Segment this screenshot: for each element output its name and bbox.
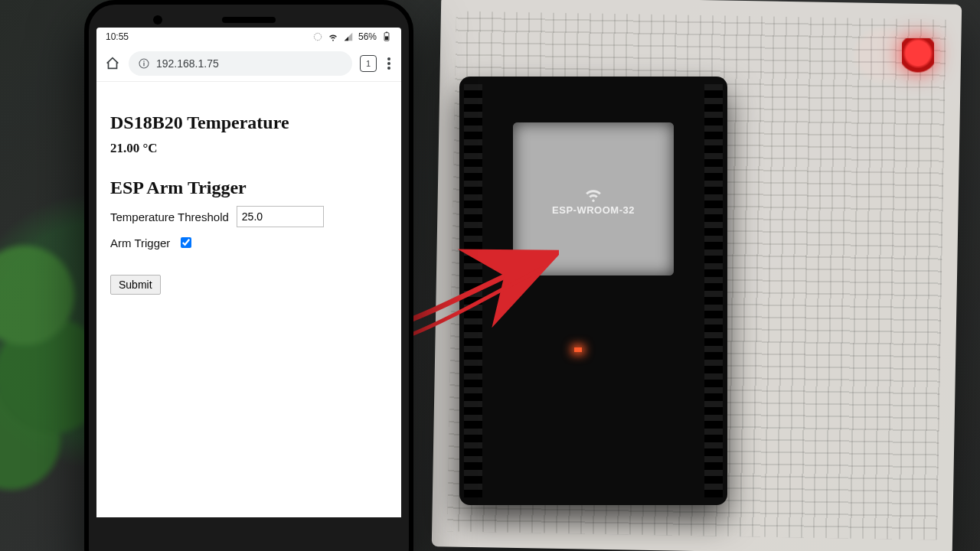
threshold-label: Temperature Threshold	[110, 210, 229, 223]
arm-row: Arm Trigger	[110, 235, 387, 250]
svg-rect-2	[386, 32, 387, 33]
info-icon	[138, 57, 150, 70]
board-status-led	[574, 347, 582, 352]
temperature-reading: 21.00 °C	[110, 141, 387, 156]
arm-label: Arm Trigger	[110, 236, 170, 249]
earpiece	[222, 17, 276, 23]
home-icon[interactable]	[104, 55, 121, 72]
svg-rect-5	[143, 63, 144, 67]
status-right-cluster: 56%	[312, 31, 392, 42]
svg-point-6	[143, 60, 145, 62]
arm-checkbox[interactable]	[181, 237, 191, 248]
tab-count-value: 1	[366, 59, 371, 68]
wifi-icon	[583, 183, 604, 204]
submit-button[interactable]: Submit	[110, 275, 161, 295]
header-pins-right	[704, 84, 723, 497]
heading-trigger: ESP Arm Trigger	[110, 178, 387, 198]
front-camera	[153, 15, 162, 24]
status-bar: 10:55 56%	[96, 28, 401, 46]
dnd-icon	[312, 31, 323, 42]
tab-count-button[interactable]: 1	[360, 55, 377, 72]
address-bar[interactable]: 192.168.1.75	[129, 51, 352, 76]
led-red	[902, 38, 934, 88]
signal-icon	[343, 31, 354, 42]
wifi-icon	[328, 31, 338, 42]
scene-root: ESP-WROOM-32 10:55 56%	[0, 0, 980, 551]
header-pins-left	[464, 84, 482, 497]
battery-icon	[381, 31, 392, 42]
esp32-shield: ESP-WROOM-32	[513, 122, 674, 276]
threshold-row: Temperature Threshold	[110, 206, 387, 227]
status-time: 10:55	[106, 31, 129, 42]
overflow-menu-icon[interactable]	[384, 54, 394, 73]
phone-screen: 10:55 56% 192.168.1.75 1	[96, 28, 401, 517]
module-name: ESP-WROOM-32	[552, 204, 635, 216]
browser-toolbar: 192.168.1.75 1	[96, 46, 401, 82]
web-page: DS18B20 Temperature 21.00 °C ESP Arm Tri…	[96, 82, 401, 311]
svg-point-0	[314, 33, 321, 40]
phone-frame: 10:55 56% 192.168.1.75 1	[84, 0, 413, 551]
threshold-input[interactable]	[237, 206, 324, 227]
esp32-board: ESP-WROOM-32	[459, 77, 727, 505]
svg-rect-3	[385, 36, 388, 40]
url-text: 192.168.1.75	[156, 57, 219, 70]
heading-temperature: DS18B20 Temperature	[110, 112, 387, 133]
battery-text: 56%	[358, 31, 377, 42]
